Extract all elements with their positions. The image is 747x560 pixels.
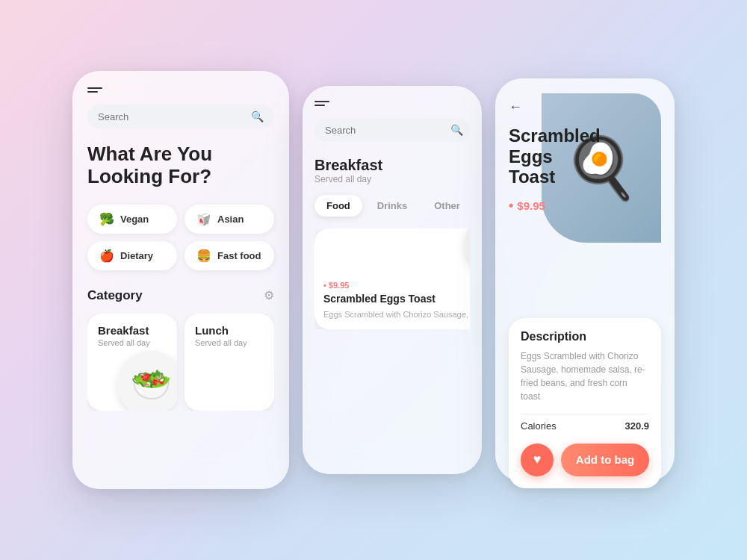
lunch-title: Lunch bbox=[195, 324, 264, 337]
food-card-list: 🍳 $9.95 Scrambled Eggs Toast Eggs Scramb… bbox=[314, 228, 470, 329]
back-button[interactable]: ← bbox=[509, 99, 661, 115]
category-card-lunch[interactable]: Lunch Served all day bbox=[185, 314, 274, 411]
description-title: Description bbox=[521, 330, 649, 343]
food-tabs: Food Drinks Other bbox=[314, 195, 470, 217]
filter-icon[interactable]: ⚙ bbox=[264, 288, 274, 302]
search-icon-2: 🔍 bbox=[450, 124, 463, 136]
search-input-1[interactable] bbox=[98, 111, 251, 122]
search-icon-1: 🔍 bbox=[251, 111, 264, 122]
scrambled-price: $9.95 bbox=[323, 281, 470, 290]
search-bar-1: 🔍 bbox=[87, 105, 274, 128]
add-to-bag-button[interactable]: Add to bag bbox=[561, 444, 649, 476]
main-heading: What Are You Looking For? bbox=[87, 143, 274, 188]
category-title: Category bbox=[87, 288, 143, 303]
dietary-emoji: 🍎 bbox=[99, 249, 114, 263]
detail-price: $9.95 bbox=[509, 198, 661, 214]
chip-vegan-label: Vegan bbox=[120, 214, 149, 225]
chip-vegan[interactable]: 🥦 Vegan bbox=[87, 205, 177, 234]
tab-drinks[interactable]: Drinks bbox=[365, 195, 419, 217]
tab-food[interactable]: Food bbox=[314, 195, 362, 217]
chip-asian-label: Asian bbox=[217, 214, 244, 225]
menu-icon-2[interactable] bbox=[314, 101, 331, 106]
scrambled-name: Scrambled Eggs Toast bbox=[323, 293, 470, 305]
breakfast-title: Breakfast bbox=[98, 324, 167, 337]
chip-fastfood[interactable]: 🍔 Fast food bbox=[185, 241, 274, 270]
category-card-breakfast[interactable]: Breakfast Served all day 🥗 bbox=[87, 314, 177, 411]
heart-button-detail[interactable]: ♥ bbox=[521, 444, 554, 476]
detail-description-card: Description Eggs Scrambled with Chorizo … bbox=[509, 318, 661, 488]
action-row: ♥ Add to bag bbox=[521, 444, 649, 476]
detail-inner: 🍳 ← Scrambled Eggs Toast $9.95 Descripti… bbox=[509, 93, 661, 467]
chip-dietary-label: Dietary bbox=[120, 250, 153, 261]
fastfood-emoji: 🍔 bbox=[196, 249, 211, 263]
tab-other[interactable]: Other bbox=[422, 195, 472, 217]
detail-title: Scrambled Eggs Toast bbox=[509, 125, 613, 187]
detail-content: ← Scrambled Eggs Toast $9.95 bbox=[509, 93, 661, 214]
breakfast-sub-2: Served all day bbox=[314, 174, 470, 184]
chip-dietary[interactable]: 🍎 Dietary bbox=[87, 241, 177, 270]
phone-screen-3: 🍳 ← Scrambled Eggs Toast $9.95 Descripti… bbox=[495, 78, 675, 482]
category-cards: Breakfast Served all day 🥗 Lunch Served … bbox=[87, 314, 274, 411]
search-bar-2: 🔍 bbox=[314, 118, 470, 142]
search-input-2[interactable] bbox=[325, 125, 450, 136]
description-text: Eggs Scrambled with Chorizo Sausage, hom… bbox=[521, 349, 649, 403]
calories-row: Calories 320.9 bbox=[521, 414, 649, 432]
breakfast-sub: Served all day bbox=[98, 338, 167, 347]
chip-asian[interactable]: 🥡 Asian bbox=[185, 205, 274, 234]
calories-label: Calories bbox=[521, 420, 557, 432]
calories-value: 320.9 bbox=[624, 420, 649, 432]
breakfast-bowl-image: 🥗 bbox=[117, 351, 177, 411]
menu-icon[interactable] bbox=[87, 87, 104, 93]
scrambled-desc: Eggs Scrambled with Chorizo Sausage, hom… bbox=[323, 309, 470, 320]
vegan-emoji: 🥦 bbox=[99, 212, 114, 226]
food-card-scrambled: 🍳 $9.95 Scrambled Eggs Toast Eggs Scramb… bbox=[314, 228, 470, 329]
lunch-sub: Served all day bbox=[195, 338, 264, 347]
phone-screen-1: 🔍 What Are You Looking For? 🥦 Vegan 🥡 As… bbox=[72, 71, 289, 489]
chip-grid: 🥦 Vegan 🥡 Asian 🍎 Dietary 🍔 Fast food bbox=[87, 205, 274, 270]
breakfast-heading: Breakfast bbox=[314, 157, 470, 174]
phone-screen-2: 🔍 Breakfast Served all day Food Drinks O… bbox=[303, 86, 482, 474]
category-header: Category ⚙ bbox=[87, 288, 274, 303]
chip-fastfood-label: Fast food bbox=[217, 250, 261, 261]
asian-emoji: 🥡 bbox=[196, 212, 211, 226]
scrambled-image: 🍳 bbox=[465, 228, 470, 275]
